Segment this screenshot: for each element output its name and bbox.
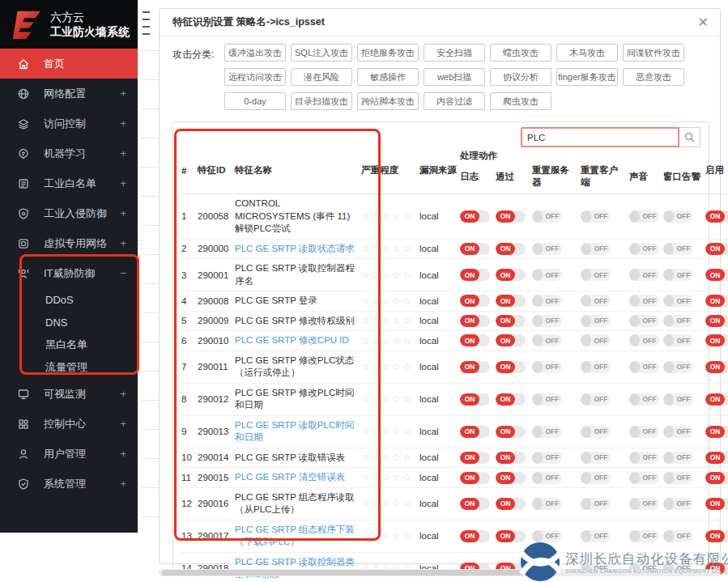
severity-stars[interactable]: ☆☆☆☆☆ (360, 448, 418, 468)
toggle-pass[interactable]: ON (496, 210, 526, 223)
toggle-window-alert[interactable]: OFF (663, 452, 693, 464)
toggle-reset-client[interactable]: OFF (581, 361, 611, 373)
toggle-pass[interactable]: ON (496, 426, 526, 438)
toggle-log[interactable]: ON (460, 315, 490, 327)
severity-stars[interactable]: ☆☆☆☆☆ (360, 383, 418, 415)
toggle-reset-server[interactable]: OFF (532, 315, 562, 327)
toggle-window-alert[interactable]: OFF (663, 243, 693, 255)
toggle-enable[interactable]: ON (705, 315, 728, 327)
toggle-pass[interactable]: ON (496, 393, 526, 406)
toggle-sound[interactable]: OFF (629, 472, 659, 484)
toggle-reset-server[interactable]: OFF (532, 269, 562, 281)
toggle-enable[interactable]: ON (705, 530, 728, 542)
toggle-pass[interactable]: ON (496, 295, 526, 307)
toggle-log[interactable]: ON (460, 452, 490, 464)
toggle-enable[interactable]: ON (705, 393, 728, 406)
toggle-reset-client[interactable]: OFF (581, 315, 611, 327)
severity-stars[interactable]: ☆☆☆☆☆ (360, 259, 418, 291)
toggle-window-alert[interactable]: OFF (663, 393, 693, 406)
toggle-reset-client[interactable]: OFF (581, 426, 611, 438)
toggle-sound[interactable]: OFF (629, 361, 659, 373)
toggle-sound[interactable]: OFF (629, 498, 659, 510)
sidebar-item-it-threat-defense[interactable]: IT威胁防御− (0, 258, 138, 288)
toggle-window-alert[interactable]: OFF (663, 295, 693, 307)
attack-category-button-17[interactable]: 内容过滤 (424, 92, 485, 110)
sidebar-subitem-ddos[interactable]: DDoS (0, 288, 138, 311)
sidebar-subitem-黑白名单[interactable]: 黑白名单 (0, 333, 138, 356)
toggle-enable[interactable]: ON (705, 210, 728, 223)
toggle-window-alert[interactable]: OFF (663, 361, 693, 373)
close-icon[interactable]: ✕ (698, 16, 709, 29)
sidebar-item-network-config[interactable]: 网络配置+ (0, 79, 138, 108)
toggle-reset-server[interactable]: OFF (532, 361, 562, 373)
severity-stars[interactable]: ☆☆☆☆☆ (360, 239, 418, 259)
toggle-log[interactable]: ON (460, 243, 490, 255)
toggle-enable[interactable]: ON (705, 361, 728, 373)
toggle-sound[interactable]: OFF (629, 269, 659, 281)
toggle-log[interactable]: ON (460, 472, 490, 484)
sidebar-subitem-流量管理[interactable]: 流量管理 (0, 356, 138, 379)
toggle-reset-client[interactable]: OFF (581, 452, 611, 464)
attack-category-button-15[interactable]: 目录扫描攻击 (291, 92, 352, 110)
attack-category-button-0[interactable]: 缓冲溢出攻击 (224, 44, 286, 62)
severity-stars[interactable]: ☆☆☆☆☆ (360, 194, 418, 240)
toggle-log[interactable]: ON (460, 334, 490, 346)
toggle-enable[interactable]: ON (705, 472, 728, 484)
toggle-pass[interactable]: ON (496, 243, 526, 255)
toggle-reset-server[interactable]: OFF (532, 530, 562, 542)
feature-name-link[interactable]: PLC GE SRTP 读取状态请求 (233, 239, 360, 259)
attack-category-button-16[interactable]: 跨站脚本攻击 (357, 92, 419, 110)
toggle-window-alert[interactable]: OFF (663, 210, 693, 223)
sidebar-item-vpn[interactable]: 虚拟专用网络+ (0, 228, 138, 258)
toggle-pass[interactable]: ON (496, 530, 526, 542)
toggle-window-alert[interactable]: OFF (663, 498, 693, 510)
attack-category-button-5[interactable]: 木马攻击 (556, 44, 618, 62)
toggle-log[interactable]: ON (460, 498, 490, 510)
severity-stars[interactable]: ☆☆☆☆☆ (360, 415, 418, 448)
severity-stars[interactable]: ☆☆☆☆☆ (360, 311, 418, 331)
toggle-window-alert[interactable]: OFF (663, 334, 693, 346)
toggle-enable[interactable]: ON (705, 334, 728, 346)
toggle-reset-server[interactable]: OFF (532, 334, 562, 346)
feature-name-link[interactable]: PLC GE SRTP 修改CPU ID (233, 331, 360, 351)
sidebar-item-home[interactable]: 首页 (0, 49, 138, 79)
toggle-reset-client[interactable]: OFF (581, 269, 611, 281)
feature-name-link[interactable]: PLC GE SRTP 读取控制器类型和id信息 (233, 552, 360, 582)
attack-category-button-12[interactable]: finger服务攻击 (556, 68, 618, 86)
severity-stars[interactable]: ☆☆☆☆☆ (360, 291, 418, 312)
toggle-reset-client[interactable]: OFF (581, 530, 611, 542)
toggle-reset-client[interactable]: OFF (581, 295, 611, 307)
attack-category-button-6[interactable]: 间谍软件攻击 (623, 44, 684, 62)
toggle-sound[interactable]: OFF (629, 315, 659, 327)
feature-name-link[interactable]: PLC GE SRTP 清空错误表 (233, 468, 360, 488)
toggle-log[interactable]: ON (460, 393, 490, 406)
attack-category-button-7[interactable]: 远程访问攻击 (224, 68, 286, 86)
toggle-reset-server[interactable]: OFF (532, 452, 562, 464)
sidebar-item-industrial-whitelist[interactable]: 工业白名单+ (0, 168, 138, 198)
toggle-window-alert[interactable]: OFF (663, 472, 693, 484)
toggle-window-alert[interactable]: OFF (663, 269, 693, 281)
toggle-log[interactable]: ON (460, 269, 490, 281)
toggle-enable[interactable]: ON (705, 243, 728, 255)
toggle-reset-client[interactable]: OFF (581, 472, 611, 484)
toggle-pass[interactable]: ON (496, 334, 526, 346)
attack-category-button-1[interactable]: SQL注入攻击 (291, 44, 352, 62)
severity-stars[interactable]: ☆☆☆☆☆ (360, 350, 418, 383)
sidebar-item-user-management[interactable]: 用户管理+ (0, 439, 138, 469)
toggle-sound[interactable]: OFF (629, 243, 659, 255)
toggle-reset-client[interactable]: OFF (581, 334, 611, 346)
attack-category-button-10[interactable]: web扫描 (424, 68, 485, 86)
sidebar-subitem-dns[interactable]: DNS (0, 311, 138, 333)
toggle-pass[interactable]: ON (496, 269, 526, 281)
attack-category-button-3[interactable]: 安全扫描 (424, 44, 485, 62)
toggle-enable[interactable]: ON (705, 269, 728, 281)
toggle-reset-server[interactable]: OFF (532, 243, 562, 255)
toggle-window-alert[interactable]: OFF (663, 426, 693, 438)
toggle-reset-server[interactable]: OFF (532, 210, 562, 223)
toggle-enable[interactable]: ON (705, 452, 728, 464)
feature-name-link[interactable]: PLC GE SRTP 组态程序下装（下载到PLC） (233, 520, 360, 552)
toggle-log[interactable]: ON (460, 530, 490, 542)
toggle-reset-client[interactable]: OFF (581, 393, 611, 406)
toggle-log[interactable]: ON (460, 361, 490, 373)
toggle-sound[interactable]: OFF (629, 393, 659, 406)
